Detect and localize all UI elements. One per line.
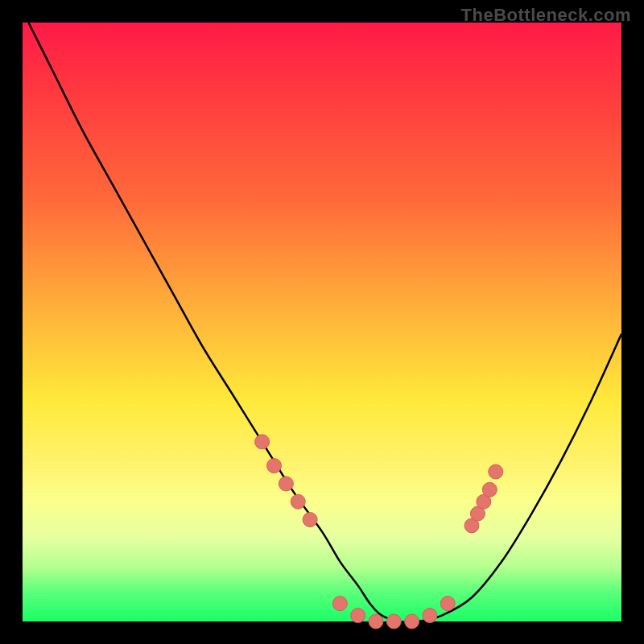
curve-marker	[303, 513, 317, 527]
curve-marker	[255, 435, 270, 449]
curve-markers	[255, 435, 503, 629]
curve-marker	[405, 614, 419, 629]
bottleneck-curve	[28, 23, 621, 622]
curve-layer	[23, 23, 621, 621]
watermark-text: TheBottleneck.com	[461, 5, 631, 26]
curve-marker	[423, 609, 437, 623]
curve-marker	[369, 614, 383, 629]
curve-marker	[279, 477, 293, 491]
chart-frame: TheBottleneck.com	[0, 0, 644, 644]
curve-marker	[482, 482, 497, 497]
curve-marker	[266, 459, 281, 473]
curve-marker	[332, 597, 347, 611]
curve-marker	[489, 464, 503, 479]
curve-marker	[440, 597, 455, 611]
curve-marker	[386, 614, 401, 629]
plot-area	[23, 23, 621, 621]
curve-marker	[351, 609, 365, 623]
curve-marker	[291, 494, 305, 509]
